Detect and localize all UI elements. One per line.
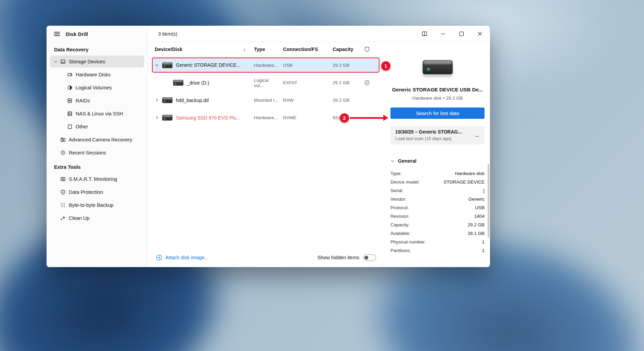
close-icon[interactable] xyxy=(476,30,484,38)
items-count: 3 item(s) xyxy=(158,31,177,37)
toggle-knob xyxy=(364,256,368,260)
last-scan-title: 10/30/25 – Generic STORAG... xyxy=(395,129,462,135)
sidebar-item-advanced-camera-recovery[interactable]: Advanced Camera Recovery xyxy=(50,134,144,146)
search-for-lost-data-button[interactable]: Search for lost data xyxy=(390,108,485,119)
general-section-header[interactable]: General xyxy=(390,158,485,164)
smart-monitor-icon xyxy=(60,176,66,182)
column-protection-shield-icon[interactable] xyxy=(360,46,374,52)
recent-sessions-icon xyxy=(60,150,66,155)
property-key: Available: xyxy=(390,231,410,236)
arrow-right-icon[interactable]: → xyxy=(474,132,480,139)
property-row: Capacity:29.2 GB xyxy=(390,221,485,229)
sidebar-item-label: S.M.A.R.T. Monitoring xyxy=(69,176,117,182)
sidebar-item-byte-to-byte-backup[interactable]: Byte-to-byte Backup xyxy=(50,199,144,211)
sidebar-item-raids[interactable]: RAIDs xyxy=(50,95,144,106)
sidebar-item-smart-monitoring[interactable]: S.M.A.R.T. Monitoring xyxy=(50,173,144,185)
desktop-wallpaper: Disk Drill Data Recovery Storage Devices… xyxy=(0,0,644,351)
sidebar-item-label: Byte-to-byte Backup xyxy=(69,202,114,208)
device-name: Samsung SSD 970 EVO Plu... xyxy=(176,115,240,121)
last-scan-subtitle: Load last scan (15 days ago) xyxy=(395,136,462,141)
annotation-arrow xyxy=(350,117,384,119)
property-value: 28.1 GB xyxy=(467,231,485,236)
chevron-down-icon[interactable] xyxy=(155,63,159,67)
property-row: Revision:1404 xyxy=(390,212,485,221)
property-value: 1 xyxy=(482,239,485,245)
device-type: Mounted I... xyxy=(250,98,280,103)
plus-circle-icon xyxy=(156,254,162,261)
titlebar: 3 item(s) xyxy=(148,26,490,42)
column-connection-fs[interactable]: Connection/FS xyxy=(280,47,329,52)
hardware-disk-icon xyxy=(67,72,73,77)
property-value: [ xyxy=(483,188,485,193)
sidebar-item-other[interactable]: Other xyxy=(50,121,144,133)
camera-icon xyxy=(60,137,66,142)
drive-icon xyxy=(162,115,172,121)
device-title: Generic STORAGE DEVICE USB De... xyxy=(390,87,485,92)
byte-grid-icon xyxy=(60,202,66,208)
app-title: Disk Drill xyxy=(66,31,88,37)
sidebar-item-label: Logical Volumes xyxy=(76,85,112,90)
section-header-extra-tools: Extra Tools xyxy=(50,160,144,173)
property-value: Generic xyxy=(468,197,485,202)
maximize-icon[interactable] xyxy=(457,30,465,38)
table-row-hdd-backup[interactable]: hdd_backup.dd Mounted I... RAW 29.2 GB xyxy=(148,91,385,109)
storage-devices-icon xyxy=(60,59,66,64)
column-device-disk[interactable]: Device/Disk ↓ xyxy=(148,46,250,52)
table-row-generic-storage-device[interactable]: Generic STORAGE DEVICE... Hardware... US… xyxy=(152,58,379,73)
sidebar-item-hardware-disks[interactable]: Hardware Disks xyxy=(50,68,144,80)
chevron-down-icon[interactable] xyxy=(54,60,58,64)
device-connection: EXFAT xyxy=(280,80,329,85)
minimize-icon[interactable] xyxy=(439,30,447,38)
property-key: Serial xyxy=(390,188,402,193)
property-row: Vendor:Generic xyxy=(390,195,485,203)
sparkle-icon xyxy=(60,215,66,221)
table-row-drive-d[interactable]: _drive (D:) Logical vol... EXFAT 29.2 GB xyxy=(148,74,385,91)
device-capacity: 29.2 GB xyxy=(329,98,360,103)
property-key: Device model: xyxy=(390,179,420,185)
shield-check-icon[interactable] xyxy=(360,80,374,86)
whats-new-book-icon[interactable] xyxy=(420,30,428,38)
scrollbar-thumb[interactable] xyxy=(488,164,489,238)
sidebar-item-label: Recent Sessions xyxy=(69,150,106,155)
property-key: Vendor: xyxy=(390,197,407,202)
sidebar-item-recent-sessions[interactable]: Recent Sessions xyxy=(50,147,144,159)
menu-icon[interactable] xyxy=(54,32,60,36)
sidebar-item-logical-volumes[interactable]: Logical Volumes xyxy=(50,82,144,93)
property-row: Partitions:1 xyxy=(390,246,485,255)
sidebar-item-label: Hardware Disks xyxy=(76,72,111,77)
table-header: Device/Disk ↓ Type Connection/FS Capacit… xyxy=(148,42,385,57)
raid-icon xyxy=(67,98,73,103)
column-type[interactable]: Type xyxy=(250,47,280,52)
property-key: Protocol: xyxy=(390,205,409,210)
property-row: Available:28.1 GB xyxy=(390,229,485,238)
device-illustration xyxy=(423,60,453,74)
sort-desc-icon[interactable]: ↓ xyxy=(243,46,246,52)
annotation-step-2: 2 xyxy=(340,113,349,123)
attach-disk-image-link[interactable]: Attach disk image... xyxy=(156,254,209,261)
chevron-right-icon[interactable] xyxy=(155,115,159,120)
sidebar-item-label: NAS & Linux via SSH xyxy=(76,111,123,116)
chevron-right-icon[interactable] xyxy=(155,98,159,102)
sidebar-item-data-protection[interactable]: Data Protection xyxy=(50,186,144,198)
nas-server-icon xyxy=(67,111,73,116)
sidebar-item-storage-devices[interactable]: Storage Devices xyxy=(50,55,144,67)
property-key: Type: xyxy=(390,171,402,176)
last-scan-card[interactable]: 10/30/25 – Generic STORAG... Load last s… xyxy=(390,126,485,145)
sidebar-item-nas-linux-ssh[interactable]: NAS & Linux via SSH xyxy=(50,108,144,120)
attach-link-label: Attach disk image... xyxy=(165,255,209,260)
property-key: Revision: xyxy=(390,214,410,219)
property-value: 29.2 GB xyxy=(467,222,485,227)
column-label: Device/Disk xyxy=(155,47,182,52)
sidebar-item-clean-up[interactable]: Clean Up xyxy=(50,212,144,224)
property-value: 1 xyxy=(482,248,485,253)
show-hidden-toggle[interactable] xyxy=(363,254,376,261)
drive-icon xyxy=(162,97,172,103)
show-hidden-items: Show hidden items xyxy=(317,254,376,261)
drive-icon xyxy=(173,80,183,86)
property-row: Protocol:USB xyxy=(390,203,485,212)
drive-icon xyxy=(162,62,172,68)
annotation-arrow-head xyxy=(383,115,388,121)
sidebar-item-label: Storage Devices xyxy=(69,59,105,64)
column-capacity[interactable]: Capacity xyxy=(329,47,360,52)
device-connection: NVME xyxy=(280,115,329,120)
